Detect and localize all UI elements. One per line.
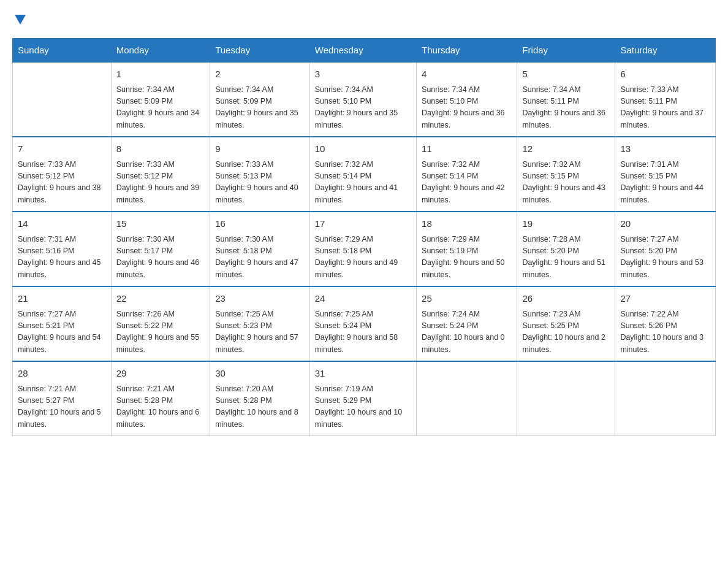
calendar-cell	[615, 361, 716, 436]
day-number: 7	[18, 142, 106, 156]
calendar-cell: 20Sunrise: 7:27 AMSunset: 5:20 PMDayligh…	[615, 212, 716, 286]
day-info: Sunrise: 7:33 AMSunset: 5:12 PMDaylight:…	[18, 159, 106, 207]
calendar-cell: 28Sunrise: 7:21 AMSunset: 5:27 PMDayligh…	[13, 361, 112, 436]
day-number: 26	[522, 292, 610, 306]
calendar-cell: 25Sunrise: 7:24 AMSunset: 5:24 PMDayligh…	[417, 286, 517, 361]
day-info: Sunrise: 7:34 AMSunset: 5:09 PMDaylight:…	[116, 84, 205, 132]
day-number: 2	[215, 67, 305, 82]
calendar-cell: 27Sunrise: 7:22 AMSunset: 5:26 PMDayligh…	[615, 286, 716, 361]
day-info: Sunrise: 7:20 AMSunset: 5:28 PMDaylight:…	[215, 383, 305, 431]
header-sunday: Sunday	[13, 39, 112, 63]
logo-triangle-icon	[13, 12, 27, 26]
calendar-cell: 11Sunrise: 7:32 AMSunset: 5:14 PMDayligh…	[417, 137, 517, 212]
page-header	[12, 12, 716, 26]
calendar-cell: 2Sunrise: 7:34 AMSunset: 5:09 PMDaylight…	[210, 62, 310, 137]
calendar-cell: 31Sunrise: 7:19 AMSunset: 5:29 PMDayligh…	[309, 361, 416, 436]
day-info: Sunrise: 7:21 AMSunset: 5:28 PMDaylight:…	[116, 383, 205, 431]
day-number: 30	[215, 367, 305, 381]
day-info: Sunrise: 7:33 AMSunset: 5:12 PMDaylight:…	[116, 159, 205, 207]
day-info: Sunrise: 7:33 AMSunset: 5:11 PMDaylight:…	[620, 84, 710, 132]
calendar-week-row: 28Sunrise: 7:21 AMSunset: 5:27 PMDayligh…	[13, 361, 716, 436]
day-info: Sunrise: 7:21 AMSunset: 5:27 PMDaylight:…	[18, 383, 106, 431]
calendar-cell: 5Sunrise: 7:34 AMSunset: 5:11 PMDaylight…	[517, 62, 615, 137]
calendar-cell: 6Sunrise: 7:33 AMSunset: 5:11 PMDaylight…	[615, 62, 716, 137]
day-info: Sunrise: 7:33 AMSunset: 5:13 PMDaylight:…	[215, 159, 305, 207]
day-info: Sunrise: 7:34 AMSunset: 5:11 PMDaylight:…	[522, 84, 610, 132]
day-info: Sunrise: 7:32 AMSunset: 5:14 PMDaylight:…	[315, 159, 411, 207]
day-info: Sunrise: 7:32 AMSunset: 5:15 PMDaylight:…	[522, 159, 610, 207]
day-info: Sunrise: 7:30 AMSunset: 5:18 PMDaylight:…	[215, 234, 305, 282]
day-number: 4	[422, 67, 512, 82]
day-number: 16	[215, 217, 305, 231]
day-info: Sunrise: 7:25 AMSunset: 5:23 PMDaylight:…	[215, 308, 305, 356]
calendar-cell: 19Sunrise: 7:28 AMSunset: 5:20 PMDayligh…	[517, 212, 615, 286]
day-number: 31	[315, 367, 411, 381]
day-info: Sunrise: 7:27 AMSunset: 5:21 PMDaylight:…	[18, 308, 106, 356]
day-number: 29	[116, 367, 205, 381]
calendar-cell: 16Sunrise: 7:30 AMSunset: 5:18 PMDayligh…	[210, 212, 310, 286]
calendar-header-row: SundayMondayTuesdayWednesdayThursdayFrid…	[13, 39, 716, 63]
day-info: Sunrise: 7:29 AMSunset: 5:19 PMDaylight:…	[422, 234, 512, 282]
day-info: Sunrise: 7:22 AMSunset: 5:26 PMDaylight:…	[620, 308, 710, 356]
calendar-cell: 30Sunrise: 7:20 AMSunset: 5:28 PMDayligh…	[210, 361, 310, 436]
calendar-cell: 22Sunrise: 7:26 AMSunset: 5:22 PMDayligh…	[111, 286, 210, 361]
day-number: 1	[116, 67, 205, 82]
day-info: Sunrise: 7:31 AMSunset: 5:16 PMDaylight:…	[18, 234, 106, 282]
calendar-week-row: 1Sunrise: 7:34 AMSunset: 5:09 PMDaylight…	[13, 62, 716, 137]
calendar-cell: 4Sunrise: 7:34 AMSunset: 5:10 PMDaylight…	[417, 62, 517, 137]
day-number: 10	[315, 142, 411, 156]
day-number: 28	[18, 367, 106, 381]
day-number: 9	[215, 142, 305, 156]
header-friday: Friday	[517, 39, 615, 63]
day-info: Sunrise: 7:34 AMSunset: 5:09 PMDaylight:…	[215, 84, 305, 132]
calendar-week-row: 14Sunrise: 7:31 AMSunset: 5:16 PMDayligh…	[13, 212, 716, 286]
header-tuesday: Tuesday	[210, 39, 310, 63]
header-thursday: Thursday	[417, 39, 517, 63]
day-number: 27	[620, 292, 710, 306]
day-info: Sunrise: 7:29 AMSunset: 5:18 PMDaylight:…	[315, 234, 411, 282]
calendar-cell: 24Sunrise: 7:25 AMSunset: 5:24 PMDayligh…	[309, 286, 416, 361]
calendar-cell: 8Sunrise: 7:33 AMSunset: 5:12 PMDaylight…	[111, 137, 210, 212]
day-info: Sunrise: 7:32 AMSunset: 5:14 PMDaylight:…	[422, 159, 512, 207]
day-number: 22	[116, 292, 205, 306]
day-number: 6	[620, 67, 710, 82]
day-number: 18	[422, 217, 512, 231]
calendar-cell: 29Sunrise: 7:21 AMSunset: 5:28 PMDayligh…	[111, 361, 210, 436]
calendar-cell: 18Sunrise: 7:29 AMSunset: 5:19 PMDayligh…	[417, 212, 517, 286]
calendar-cell: 3Sunrise: 7:34 AMSunset: 5:10 PMDaylight…	[309, 62, 416, 137]
logo	[12, 12, 27, 26]
day-info: Sunrise: 7:24 AMSunset: 5:24 PMDaylight:…	[422, 308, 512, 356]
day-number: 17	[315, 217, 411, 231]
calendar-cell: 12Sunrise: 7:32 AMSunset: 5:15 PMDayligh…	[517, 137, 615, 212]
day-info: Sunrise: 7:30 AMSunset: 5:17 PMDaylight:…	[116, 234, 205, 282]
day-number: 5	[522, 67, 610, 82]
day-info: Sunrise: 7:25 AMSunset: 5:24 PMDaylight:…	[315, 308, 411, 356]
calendar-cell: 7Sunrise: 7:33 AMSunset: 5:12 PMDaylight…	[13, 137, 112, 212]
calendar-cell: 21Sunrise: 7:27 AMSunset: 5:21 PMDayligh…	[13, 286, 112, 361]
day-info: Sunrise: 7:28 AMSunset: 5:20 PMDaylight:…	[522, 234, 610, 282]
day-number: 19	[522, 217, 610, 231]
day-info: Sunrise: 7:31 AMSunset: 5:15 PMDaylight:…	[620, 159, 710, 207]
calendar-cell: 13Sunrise: 7:31 AMSunset: 5:15 PMDayligh…	[615, 137, 716, 212]
day-number: 3	[315, 67, 411, 82]
calendar-cell: 9Sunrise: 7:33 AMSunset: 5:13 PMDaylight…	[210, 137, 310, 212]
day-number: 8	[116, 142, 205, 156]
calendar-cell: 14Sunrise: 7:31 AMSunset: 5:16 PMDayligh…	[13, 212, 112, 286]
header-monday: Monday	[111, 39, 210, 63]
day-number: 20	[620, 217, 710, 231]
calendar-cell: 26Sunrise: 7:23 AMSunset: 5:25 PMDayligh…	[517, 286, 615, 361]
day-number: 11	[422, 142, 512, 156]
day-info: Sunrise: 7:34 AMSunset: 5:10 PMDaylight:…	[315, 84, 411, 132]
day-info: Sunrise: 7:26 AMSunset: 5:22 PMDaylight:…	[116, 308, 205, 356]
day-info: Sunrise: 7:23 AMSunset: 5:25 PMDaylight:…	[522, 308, 610, 356]
calendar-cell: 17Sunrise: 7:29 AMSunset: 5:18 PMDayligh…	[309, 212, 416, 286]
day-info: Sunrise: 7:34 AMSunset: 5:10 PMDaylight:…	[422, 84, 512, 132]
day-info: Sunrise: 7:27 AMSunset: 5:20 PMDaylight:…	[620, 234, 710, 282]
calendar-table: SundayMondayTuesdayWednesdayThursdayFrid…	[12, 38, 716, 436]
calendar-cell: 1Sunrise: 7:34 AMSunset: 5:09 PMDaylight…	[111, 62, 210, 137]
calendar-cell	[417, 361, 517, 436]
calendar-week-row: 7Sunrise: 7:33 AMSunset: 5:12 PMDaylight…	[13, 137, 716, 212]
day-number: 12	[522, 142, 610, 156]
day-number: 23	[215, 292, 305, 306]
calendar-cell: 15Sunrise: 7:30 AMSunset: 5:17 PMDayligh…	[111, 212, 210, 286]
